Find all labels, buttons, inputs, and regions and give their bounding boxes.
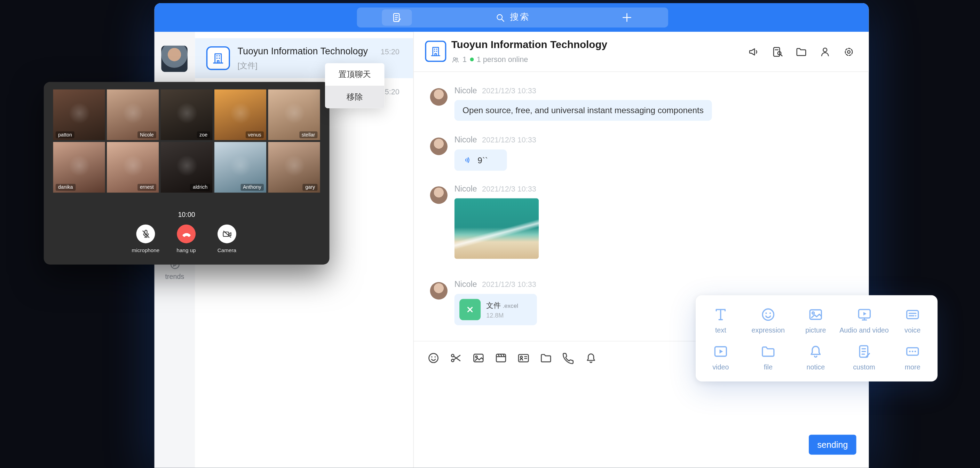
- custom-icon: [856, 343, 872, 359]
- avatar[interactable]: [430, 137, 447, 155]
- feature-label: custom: [853, 363, 875, 371]
- online-dot: [470, 58, 474, 61]
- feature-more[interactable]: more: [889, 339, 937, 375]
- group-icon: [425, 41, 446, 62]
- call-timer: 10:00: [44, 211, 329, 218]
- feature-video[interactable]: video: [697, 339, 745, 375]
- participant-tile: zoe: [161, 89, 213, 140]
- file-size: 12.8M: [486, 311, 518, 319]
- announcement-icon[interactable]: [748, 46, 760, 58]
- file-extension: .excel: [503, 302, 518, 309]
- participant-name: patton: [56, 131, 75, 138]
- conversation-time: 15:20: [381, 47, 399, 56]
- feature-audio-video[interactable]: Audio and video: [839, 302, 889, 339]
- picture-icon: [808, 306, 824, 323]
- call-phone-icon[interactable]: [562, 351, 575, 364]
- menu-item-pin[interactable]: 置顶聊天: [325, 63, 385, 86]
- send-button[interactable]: sending: [809, 434, 856, 454]
- hang-up-icon: [180, 228, 192, 240]
- message-image: Nicole2021/12/3 10:33: [430, 184, 539, 259]
- participant-name: zoe: [197, 131, 210, 138]
- participant-tile: Anthony: [215, 142, 266, 193]
- feature-label: notice: [807, 363, 825, 371]
- feature-custom[interactable]: custom: [839, 339, 889, 375]
- sender-name: Nicole: [455, 135, 477, 144]
- voice-play-icon: [463, 155, 473, 165]
- search-history-icon[interactable]: [771, 46, 784, 58]
- video-call-overlay: patton Nicole zoe venus stellar danika e…: [44, 82, 329, 264]
- participant-name: venus: [245, 131, 264, 138]
- message-time: 2021/12/3 10:33: [482, 185, 536, 193]
- avatar[interactable]: [430, 88, 447, 105]
- screenshot-scissors-icon[interactable]: [449, 351, 463, 364]
- members-icon[interactable]: [819, 46, 831, 58]
- settings-gear-icon[interactable]: [843, 46, 855, 58]
- file-folder-icon[interactable]: [539, 351, 553, 364]
- feature-panel: text expression picture Audio and video …: [696, 295, 937, 382]
- voice-duration: 9``: [477, 155, 488, 165]
- text-bubble[interactable]: Open source, free, and universal instant…: [455, 100, 712, 120]
- group-icon: [206, 46, 230, 70]
- menu-item-remove[interactable]: 移除: [325, 86, 385, 108]
- contact-card-icon[interactable]: [517, 351, 530, 364]
- participant-name: ernest: [137, 184, 156, 191]
- camera-label: Camera: [202, 247, 252, 253]
- picture-icon[interactable]: [472, 351, 485, 364]
- chat-header-actions: [748, 46, 855, 58]
- top-search-bar[interactable]: 搜索: [357, 8, 668, 27]
- excel-file-icon: [460, 299, 480, 320]
- search-icon: [495, 12, 506, 23]
- plus-icon[interactable]: [620, 11, 633, 24]
- message-time: 2021/12/3 10:33: [482, 86, 536, 95]
- hang-up-button[interactable]: [177, 225, 196, 243]
- message-voice: Nicole2021/12/3 10:33 9``: [430, 135, 536, 171]
- microphone-toggle-button[interactable]: [137, 225, 155, 243]
- participant-name: Nicole: [137, 131, 156, 138]
- chat-title: Tuoyun Information Technology: [451, 39, 607, 51]
- file-icon: [760, 343, 776, 359]
- feature-picture[interactable]: picture: [792, 302, 840, 339]
- feature-label: text: [715, 326, 726, 334]
- feature-expression[interactable]: expression: [745, 302, 792, 339]
- participant-grid: patton Nicole zoe venus stellar danika e…: [53, 89, 320, 193]
- message-time: 2021/12/3 10:33: [482, 280, 536, 289]
- feature-file[interactable]: file: [745, 339, 792, 375]
- mic-muted-icon: [140, 228, 151, 239]
- feature-notice[interactable]: notice: [792, 339, 840, 375]
- participant-name: Anthony: [240, 184, 264, 191]
- emoji-icon[interactable]: [427, 351, 440, 364]
- chat-header: Tuoyun Information Technology 1 1 person…: [414, 32, 869, 72]
- feature-text[interactable]: text: [697, 302, 745, 339]
- top-bar: 搜索: [154, 3, 869, 32]
- image-attachment[interactable]: [455, 198, 539, 259]
- participant-name: danika: [56, 184, 76, 191]
- avatar[interactable]: [430, 186, 447, 204]
- participant-name: stellar: [299, 131, 318, 138]
- message-text: Nicole2021/12/3 10:33 Open source, free,…: [430, 86, 712, 121]
- audio-video-icon: [856, 306, 872, 323]
- avatar[interactable]: [430, 282, 447, 299]
- participant-name: aldrich: [190, 184, 210, 191]
- voice-bubble[interactable]: 9``: [455, 149, 507, 171]
- camera-toggle-button[interactable]: [218, 225, 236, 243]
- avatar[interactable]: [161, 46, 187, 72]
- video-clip-icon[interactable]: [495, 351, 508, 364]
- more-icon: [904, 343, 921, 359]
- conversation-preview: [文件]: [237, 61, 257, 71]
- feature-label: more: [905, 363, 921, 371]
- sender-name: Nicole: [455, 86, 477, 95]
- feature-voice[interactable]: voice: [889, 302, 937, 339]
- expression-icon: [760, 306, 776, 323]
- notice-bell-icon[interactable]: [584, 351, 598, 364]
- participant-tile: patton: [53, 89, 105, 140]
- file-attachment[interactable]: 文件 .excel 12.8M: [455, 294, 537, 325]
- notice-icon: [808, 343, 824, 359]
- conversation-title: Tuoyun Information Technology: [237, 46, 368, 56]
- voice-icon: [904, 306, 921, 323]
- feature-label: expression: [752, 326, 785, 334]
- feature-label: video: [713, 363, 729, 371]
- conversation-context-menu: 置顶聊天 移除: [325, 63, 385, 108]
- feature-label: voice: [904, 326, 921, 334]
- feature-label: picture: [805, 326, 826, 334]
- files-icon[interactable]: [795, 46, 808, 58]
